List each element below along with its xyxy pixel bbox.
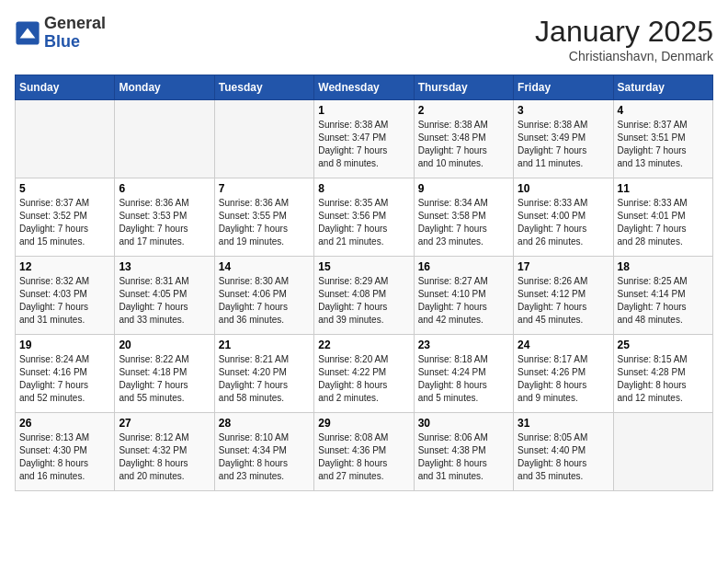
calendar-cell: 27Sunrise: 8:12 AM Sunset: 4:32 PM Dayli… [115,413,214,491]
weekday-header-saturday: Saturday [613,75,712,100]
calendar-cell: 23Sunrise: 8:18 AM Sunset: 4:24 PM Dayli… [414,335,513,413]
day-info: Sunrise: 8:38 AM Sunset: 3:48 PM Dayligh… [418,119,509,170]
calendar-cell: 5Sunrise: 8:37 AM Sunset: 3:52 PM Daylig… [16,178,115,257]
weekday-header-sunday: Sunday [16,75,115,100]
day-info: Sunrise: 8:27 AM Sunset: 4:10 PM Dayligh… [418,275,509,327]
weekday-header-tuesday: Tuesday [214,75,313,100]
day-info: Sunrise: 8:30 AM Sunset: 4:06 PM Dayligh… [219,275,310,327]
day-info: Sunrise: 8:37 AM Sunset: 3:51 PM Dayligh… [618,119,709,170]
day-number: 20 [119,339,210,351]
day-info: Sunrise: 8:33 AM Sunset: 4:00 PM Dayligh… [518,197,609,248]
logo: General Blue [15,15,106,52]
day-info: Sunrise: 8:10 AM Sunset: 4:34 PM Dayligh… [219,431,310,483]
day-number: 22 [318,339,409,351]
day-number: 24 [518,339,609,351]
day-number: 29 [318,417,409,430]
calendar-cell [115,100,214,178]
day-info: Sunrise: 8:12 AM Sunset: 4:32 PM Dayligh… [119,431,210,483]
calendar-cell [613,413,712,491]
day-info: Sunrise: 8:18 AM Sunset: 4:24 PM Dayligh… [418,353,509,405]
calendar-cell: 17Sunrise: 8:26 AM Sunset: 4:12 PM Dayli… [514,257,613,335]
day-number: 13 [119,260,210,273]
calendar-cell: 8Sunrise: 8:35 AM Sunset: 3:56 PM Daylig… [314,178,414,257]
calendar-cell: 24Sunrise: 8:17 AM Sunset: 4:26 PM Dayli… [514,335,613,413]
calendar-cell: 11Sunrise: 8:33 AM Sunset: 4:01 PM Dayli… [613,178,712,257]
day-info: Sunrise: 8:29 AM Sunset: 4:08 PM Dayligh… [318,275,409,327]
day-info: Sunrise: 8:33 AM Sunset: 4:01 PM Dayligh… [618,197,709,248]
day-number: 16 [418,260,509,273]
day-number: 11 [618,182,709,195]
day-number: 10 [518,182,609,195]
day-info: Sunrise: 8:26 AM Sunset: 4:12 PM Dayligh… [518,275,609,327]
calendar-cell: 1Sunrise: 8:38 AM Sunset: 3:47 PM Daylig… [314,100,414,178]
day-info: Sunrise: 8:06 AM Sunset: 4:38 PM Dayligh… [418,431,509,483]
day-number: 28 [219,417,310,430]
calendar-cell: 6Sunrise: 8:36 AM Sunset: 3:53 PM Daylig… [115,178,214,257]
day-info: Sunrise: 8:13 AM Sunset: 4:30 PM Dayligh… [19,431,110,483]
weekday-header-wednesday: Wednesday [314,75,414,100]
day-number: 15 [318,260,409,273]
calendar-cell: 31Sunrise: 8:05 AM Sunset: 4:40 PM Dayli… [514,413,613,491]
day-number: 6 [119,182,210,195]
weekday-header-monday: Monday [115,75,214,100]
calendar-cell: 9Sunrise: 8:34 AM Sunset: 3:58 PM Daylig… [414,178,513,257]
day-number: 12 [19,260,110,273]
calendar-cell: 19Sunrise: 8:24 AM Sunset: 4:16 PM Dayli… [16,335,115,413]
day-info: Sunrise: 8:36 AM Sunset: 3:53 PM Dayligh… [119,197,210,248]
calendar-cell: 16Sunrise: 8:27 AM Sunset: 4:10 PM Dayli… [414,257,513,335]
logo-icon [15,20,40,46]
day-number: 4 [618,104,709,117]
day-info: Sunrise: 8:24 AM Sunset: 4:16 PM Dayligh… [19,353,110,405]
day-info: Sunrise: 8:22 AM Sunset: 4:18 PM Dayligh… [119,353,210,405]
day-info: Sunrise: 8:31 AM Sunset: 4:05 PM Dayligh… [119,275,210,327]
month-title: January 2025 [535,15,713,49]
day-info: Sunrise: 8:38 AM Sunset: 3:47 PM Dayligh… [318,119,409,170]
day-number: 26 [19,417,110,430]
day-info: Sunrise: 8:20 AM Sunset: 4:22 PM Dayligh… [318,353,409,405]
calendar-cell: 20Sunrise: 8:22 AM Sunset: 4:18 PM Dayli… [115,335,214,413]
day-info: Sunrise: 8:34 AM Sunset: 3:58 PM Dayligh… [418,197,509,248]
calendar-cell: 25Sunrise: 8:15 AM Sunset: 4:28 PM Dayli… [613,335,712,413]
title-block: January 2025 Christianshavn, Denmark [535,15,713,63]
calendar-table: SundayMondayTuesdayWednesdayThursdayFrid… [15,75,713,491]
calendar-cell: 2Sunrise: 8:38 AM Sunset: 3:48 PM Daylig… [414,100,513,178]
calendar-cell: 14Sunrise: 8:30 AM Sunset: 4:06 PM Dayli… [214,257,313,335]
day-number: 23 [418,339,509,351]
day-number: 19 [19,339,110,351]
day-number: 1 [318,104,409,117]
day-number: 31 [518,417,609,430]
day-number: 3 [518,104,609,117]
day-number: 5 [19,182,110,195]
logo-blue: Blue [44,33,106,52]
calendar-cell: 30Sunrise: 8:06 AM Sunset: 4:38 PM Dayli… [414,413,513,491]
calendar-week-4: 19Sunrise: 8:24 AM Sunset: 4:16 PM Dayli… [16,335,713,413]
weekday-header-thursday: Thursday [414,75,513,100]
day-number: 7 [219,182,310,195]
day-number: 17 [518,260,609,273]
calendar-cell: 12Sunrise: 8:32 AM Sunset: 4:03 PM Dayli… [16,257,115,335]
calendar-cell [16,100,115,178]
calendar-cell: 4Sunrise: 8:37 AM Sunset: 3:51 PM Daylig… [613,100,712,178]
day-number: 2 [418,104,509,117]
calendar-cell: 29Sunrise: 8:08 AM Sunset: 4:36 PM Dayli… [314,413,414,491]
day-number: 18 [618,260,709,273]
calendar-cell: 7Sunrise: 8:36 AM Sunset: 3:55 PM Daylig… [214,178,313,257]
day-info: Sunrise: 8:05 AM Sunset: 4:40 PM Dayligh… [518,431,609,483]
day-info: Sunrise: 8:17 AM Sunset: 4:26 PM Dayligh… [518,353,609,405]
calendar-cell: 22Sunrise: 8:20 AM Sunset: 4:22 PM Dayli… [314,335,414,413]
calendar-week-5: 26Sunrise: 8:13 AM Sunset: 4:30 PM Dayli… [16,413,713,491]
location-subtitle: Christianshavn, Denmark [535,49,713,63]
weekday-header-friday: Friday [514,75,613,100]
calendar-week-3: 12Sunrise: 8:32 AM Sunset: 4:03 PM Dayli… [16,257,713,335]
day-info: Sunrise: 8:38 AM Sunset: 3:49 PM Dayligh… [518,119,609,170]
logo-general: General [44,15,106,33]
calendar-cell: 15Sunrise: 8:29 AM Sunset: 4:08 PM Dayli… [314,257,414,335]
day-info: Sunrise: 8:21 AM Sunset: 4:20 PM Dayligh… [219,353,310,405]
day-number: 25 [618,339,709,351]
calendar-week-2: 5Sunrise: 8:37 AM Sunset: 3:52 PM Daylig… [16,178,713,257]
calendar-cell: 10Sunrise: 8:33 AM Sunset: 4:00 PM Dayli… [514,178,613,257]
day-number: 21 [219,339,310,351]
calendar-cell: 3Sunrise: 8:38 AM Sunset: 3:49 PM Daylig… [514,100,613,178]
day-info: Sunrise: 8:35 AM Sunset: 3:56 PM Dayligh… [318,197,409,248]
day-info: Sunrise: 8:25 AM Sunset: 4:14 PM Dayligh… [618,275,709,327]
